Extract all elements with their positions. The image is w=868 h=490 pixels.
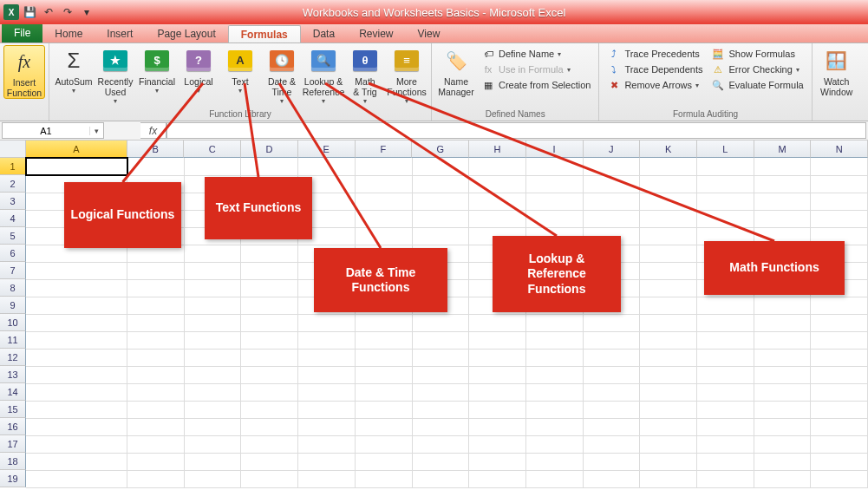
cell[interactable] bbox=[184, 297, 241, 314]
select-all-corner[interactable] bbox=[0, 140, 26, 158]
cell[interactable] bbox=[583, 401, 640, 418]
cell[interactable] bbox=[640, 175, 697, 193]
cell[interactable] bbox=[26, 453, 127, 470]
cell[interactable] bbox=[696, 210, 754, 227]
column-header[interactable]: N bbox=[811, 140, 868, 158]
cell[interactable] bbox=[811, 453, 868, 470]
row-header[interactable]: 11 bbox=[0, 331, 26, 349]
cell[interactable] bbox=[298, 314, 356, 331]
cell[interactable] bbox=[640, 193, 697, 210]
cell[interactable] bbox=[640, 245, 697, 262]
cell[interactable] bbox=[412, 418, 469, 435]
cell[interactable] bbox=[298, 366, 356, 383]
cell[interactable] bbox=[640, 158, 697, 175]
cell[interactable] bbox=[412, 470, 469, 487]
cell[interactable] bbox=[241, 314, 298, 331]
cell[interactable] bbox=[754, 366, 811, 383]
cell[interactable] bbox=[811, 418, 868, 435]
cell[interactable] bbox=[355, 193, 412, 210]
cell[interactable] bbox=[241, 453, 298, 470]
cell[interactable] bbox=[412, 331, 469, 349]
cell[interactable] bbox=[127, 453, 185, 470]
cell[interactable] bbox=[26, 366, 127, 383]
column-header[interactable]: A bbox=[26, 140, 127, 158]
ribbon-tab-formulas[interactable]: Formulas bbox=[228, 25, 301, 42]
cell[interactable] bbox=[583, 470, 640, 487]
cell[interactable] bbox=[640, 435, 697, 453]
cell[interactable] bbox=[298, 418, 356, 435]
more-functions-button[interactable]: ≡ More Functions bbox=[386, 45, 427, 105]
ribbon-tab-view[interactable]: View bbox=[406, 25, 453, 42]
cell[interactable] bbox=[355, 158, 412, 175]
cell[interactable] bbox=[241, 418, 298, 435]
cell[interactable] bbox=[811, 383, 868, 401]
cell[interactable] bbox=[298, 401, 356, 418]
cell[interactable] bbox=[412, 383, 469, 401]
cell[interactable] bbox=[696, 158, 754, 175]
cell[interactable] bbox=[583, 435, 640, 453]
cell[interactable] bbox=[583, 158, 640, 175]
cell[interactable] bbox=[469, 175, 526, 193]
ribbon-tab-home[interactable]: Home bbox=[42, 25, 95, 42]
cell[interactable] bbox=[127, 418, 185, 435]
error-checking-button[interactable]: ⚠ Error Checking bbox=[708, 62, 806, 76]
name-box-input[interactable] bbox=[3, 126, 89, 136]
cell[interactable] bbox=[184, 366, 241, 383]
redo-icon[interactable]: ↷ bbox=[59, 3, 76, 21]
row-header[interactable]: 18 bbox=[0, 453, 26, 470]
cell[interactable] bbox=[640, 331, 697, 349]
cell[interactable] bbox=[811, 297, 868, 314]
cell[interactable] bbox=[184, 401, 241, 418]
cell[interactable] bbox=[184, 245, 241, 262]
name-box-dropdown-icon[interactable]: ▾ bbox=[89, 127, 103, 135]
cell[interactable] bbox=[640, 227, 697, 245]
column-header[interactable]: B bbox=[127, 140, 185, 158]
cell[interactable] bbox=[26, 262, 127, 279]
row-header[interactable]: 17 bbox=[0, 435, 26, 453]
cell[interactable] bbox=[811, 435, 868, 453]
cell[interactable] bbox=[26, 435, 127, 453]
qat-customize-icon[interactable]: ▾ bbox=[78, 3, 95, 21]
cell[interactable] bbox=[26, 383, 127, 401]
cell[interactable] bbox=[640, 297, 697, 314]
cell[interactable] bbox=[583, 418, 640, 435]
cell[interactable] bbox=[754, 210, 811, 227]
cell[interactable] bbox=[525, 210, 583, 227]
cell[interactable] bbox=[127, 435, 185, 453]
cell[interactable] bbox=[412, 401, 469, 418]
row-header[interactable]: 12 bbox=[0, 349, 26, 366]
cell[interactable] bbox=[355, 366, 412, 383]
cell[interactable] bbox=[355, 383, 412, 401]
cell[interactable] bbox=[26, 297, 127, 314]
cell[interactable] bbox=[696, 331, 754, 349]
cell[interactable] bbox=[127, 349, 185, 366]
cell[interactable] bbox=[696, 349, 754, 366]
cell[interactable] bbox=[241, 435, 298, 453]
cell[interactable] bbox=[241, 470, 298, 487]
row-header[interactable]: 7 bbox=[0, 262, 26, 279]
cell[interactable] bbox=[640, 470, 697, 487]
file-tab[interactable]: File bbox=[2, 23, 42, 42]
cell[interactable] bbox=[696, 470, 754, 487]
cell[interactable] bbox=[469, 383, 526, 401]
cell[interactable] bbox=[412, 175, 469, 193]
remove-arrows-button[interactable]: ✖ Remove Arrows bbox=[604, 78, 705, 92]
row-header[interactable]: 16 bbox=[0, 418, 26, 435]
text-button[interactable]: A Text bbox=[219, 45, 261, 95]
cell[interactable] bbox=[355, 227, 412, 245]
evaluate-formula-button[interactable]: 🔍 Evaluate Formula bbox=[708, 78, 806, 92]
cell[interactable] bbox=[298, 349, 356, 366]
cell[interactable] bbox=[811, 401, 868, 418]
cell[interactable] bbox=[525, 366, 583, 383]
cell[interactable] bbox=[241, 331, 298, 349]
cell[interactable] bbox=[298, 331, 356, 349]
cell[interactable] bbox=[811, 175, 868, 193]
cell[interactable] bbox=[525, 470, 583, 487]
cell[interactable] bbox=[583, 175, 640, 193]
cell[interactable] bbox=[469, 314, 526, 331]
ribbon-tab-insert[interactable]: Insert bbox=[95, 25, 145, 42]
cell[interactable] bbox=[184, 331, 241, 349]
column-header[interactable]: D bbox=[241, 140, 298, 158]
cell[interactable] bbox=[469, 331, 526, 349]
save-icon[interactable]: 💾 bbox=[21, 3, 38, 21]
